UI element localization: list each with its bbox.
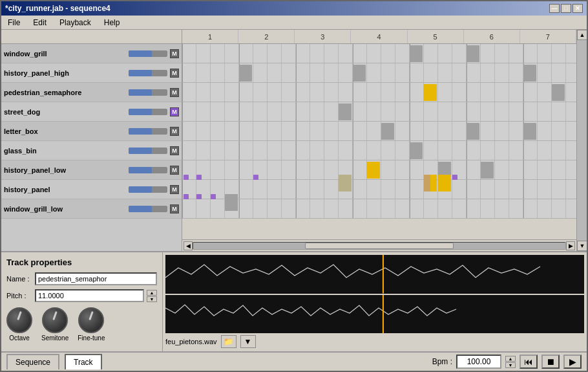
menu-help[interactable]: Help (100, 17, 124, 28)
sequencer-grid[interactable] (182, 44, 576, 239)
pitch-input[interactable] (35, 289, 144, 302)
bpm-up-btn[interactable]: ▲ (505, 356, 516, 362)
stop-button[interactable]: ⏹ (541, 355, 560, 369)
track-name-7: history_panel (4, 186, 126, 193)
svg-rect-27 (196, 175, 202, 180)
track-slider-2[interactable] (129, 89, 167, 96)
app-window: *city_runner.jab - sequence4 — □ ✕ File … (0, 0, 588, 372)
track-row: street_dog M (1, 102, 182, 122)
mute-btn-3[interactable]: M (170, 107, 179, 116)
track-slider-0[interactable] (129, 50, 167, 57)
seq-num-3: 3 (295, 30, 351, 43)
svg-rect-18 (467, 123, 479, 140)
scroll-up-btn[interactable]: ▲ (577, 30, 587, 40)
svg-rect-7 (410, 45, 423, 62)
svg-rect-28 (253, 175, 258, 180)
svg-rect-19 (523, 123, 536, 140)
pitch-down-btn[interactable]: ▼ (147, 296, 157, 302)
minimize-button[interactable]: — (549, 4, 560, 13)
semitone-knob-container: Semitone (41, 307, 68, 342)
seq-num-2: 2 (238, 30, 295, 43)
scrollbar-thumb[interactable] (305, 243, 454, 249)
track-slider-7[interactable] (129, 186, 167, 193)
seq-num-6: 6 (464, 30, 520, 43)
browse-btn[interactable]: 📁 (221, 335, 236, 348)
mute-btn-8[interactable]: M (170, 204, 179, 213)
bpm-area: Bpm : ▲ ▼ ⏮ ⏹ ▶ (432, 355, 582, 369)
seq-num-7: 7 (520, 30, 576, 43)
track-slider-6[interactable] (129, 167, 167, 173)
menu-playback[interactable]: Playback (56, 17, 95, 28)
v-scrollbar[interactable]: ▲ ▼ (576, 30, 587, 251)
svg-rect-33 (452, 175, 457, 180)
seq-num-5: 5 (408, 30, 464, 43)
scrollbar-track[interactable] (193, 242, 566, 250)
seq-num-4: 4 (351, 30, 407, 43)
pitch-spinner: ▲ ▼ (147, 290, 157, 302)
octave-knob-container: Octave (6, 307, 32, 342)
svg-rect-13 (523, 65, 536, 82)
h-scrollbar[interactable]: ◀ ▶ (182, 239, 576, 251)
mute-btn-7[interactable]: M (170, 185, 179, 194)
maximize-button[interactable]: □ (561, 4, 571, 13)
waveform-top (165, 255, 584, 294)
finetune-label: Fine-tune (78, 334, 105, 342)
svg-rect-29 (339, 175, 352, 191)
scroll-left-btn[interactable]: ◀ (184, 241, 193, 250)
track-name-1: history_panel_high (4, 69, 126, 77)
track-row: history_panel_low M (1, 160, 182, 180)
mute-btn-6[interactable]: M (170, 166, 179, 175)
knobs-row: Octave Semitone Fine-tune (6, 307, 157, 342)
svg-rect-21 (410, 142, 423, 159)
track-slider-1[interactable] (129, 70, 167, 76)
status-bar: Sequence Track Bpm : ▲ ▼ ⏮ ⏹ ▶ (1, 351, 587, 371)
v-scroll-track[interactable] (577, 40, 587, 241)
seq-header: 1 2 3 4 5 6 7 (182, 30, 576, 44)
rewind-button[interactable]: ⏮ (520, 355, 538, 369)
octave-knob[interactable] (6, 307, 32, 333)
bpm-input[interactable] (456, 355, 501, 369)
sequence-tab[interactable]: Sequence (6, 354, 59, 369)
mute-btn-4[interactable]: M (170, 127, 179, 136)
name-input[interactable] (35, 272, 157, 285)
pitch-up-btn[interactable]: ▲ (147, 290, 157, 296)
menu-file[interactable]: File (4, 17, 24, 28)
track-slider-8[interactable] (129, 206, 167, 212)
svg-rect-12 (353, 65, 366, 82)
dropdown-btn[interactable]: ▼ (240, 335, 256, 348)
track-name-8: window_grill_low (4, 205, 126, 213)
semitone-knob[interactable] (42, 307, 68, 333)
svg-rect-16 (339, 104, 352, 120)
bpm-down-btn[interactable]: ▼ (505, 362, 516, 368)
mute-btn-1[interactable]: M (170, 69, 179, 78)
track-slider-4[interactable] (129, 128, 167, 135)
title-bar: *city_runner.jab - sequence4 — □ ✕ (1, 1, 587, 16)
track-row: window_grill_low M (1, 199, 182, 219)
svg-rect-34 (184, 194, 189, 199)
track-tab[interactable]: Track (65, 354, 102, 369)
svg-rect-36 (211, 194, 216, 199)
svg-rect-17 (381, 123, 394, 140)
title-bar-controls: — □ ✕ (549, 4, 583, 13)
track-slider-3[interactable] (129, 109, 167, 115)
bpm-spinner: ▲ ▼ (505, 356, 516, 368)
menu-bar: File Edit Playback Help (1, 16, 587, 30)
play-button[interactable]: ▶ (563, 355, 582, 369)
scroll-down-btn[interactable]: ▼ (577, 241, 587, 251)
name-row: Name : (6, 272, 157, 285)
mute-btn-0[interactable]: M (170, 49, 179, 58)
finetune-knob[interactable] (78, 307, 104, 333)
close-button[interactable]: ✕ (572, 4, 583, 13)
svg-rect-8 (467, 45, 479, 62)
svg-rect-40 (165, 295, 584, 334)
svg-rect-11 (239, 65, 252, 82)
pitch-label: Pitch : (6, 292, 32, 300)
content-area: window_grill M history_panel_high M pede… (1, 30, 587, 371)
mute-btn-5[interactable]: M (170, 146, 179, 155)
svg-rect-31 (424, 175, 430, 191)
bottom-section: Track properties Name : Pitch : ▲ ▼ (1, 251, 587, 351)
scroll-right-btn[interactable]: ▶ (566, 241, 575, 250)
track-slider-5[interactable] (129, 148, 167, 154)
mute-btn-2[interactable]: M (170, 88, 179, 97)
menu-edit[interactable]: Edit (29, 17, 50, 28)
